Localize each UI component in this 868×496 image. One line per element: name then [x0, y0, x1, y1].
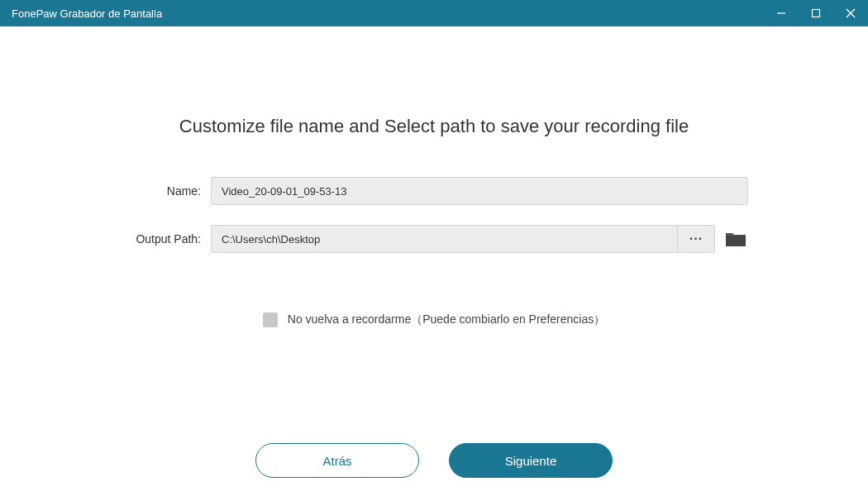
open-folder-button[interactable] — [723, 230, 748, 248]
output-path-row: Output Path: ∙∙∙ — [120, 225, 748, 253]
name-input-wrap — [211, 177, 748, 205]
window-title: FonePaw Grabador de Pantalla — [12, 7, 764, 20]
output-path-label: Output Path: — [120, 232, 211, 246]
button-row: Atrás Siguiente — [33, 443, 835, 478]
name-label: Name: — [120, 184, 211, 198]
page-heading: Customize file name and Select path to s… — [33, 116, 835, 137]
close-icon — [845, 7, 856, 19]
minimize-button[interactable] — [764, 0, 799, 26]
close-button[interactable] — [833, 0, 868, 26]
form: Name: Output Path: ∙∙∙ — [120, 177, 748, 273]
maximize-icon — [811, 8, 821, 18]
path-container: ∙∙∙ — [211, 225, 715, 253]
next-button-label: Siguiente — [505, 454, 557, 468]
name-input[interactable] — [211, 177, 748, 205]
maximize-button[interactable] — [799, 0, 833, 26]
output-path-input[interactable] — [211, 225, 677, 253]
svg-rect-4 — [726, 236, 746, 246]
back-button[interactable]: Atrás — [255, 443, 419, 478]
svg-rect-1 — [813, 10, 820, 17]
ellipsis-icon: ∙∙∙ — [689, 231, 703, 246]
window-controls — [764, 0, 868, 26]
minimize-icon — [776, 8, 786, 18]
checkbox-row: No vuelva a recordarme（Puede combiarlo e… — [33, 312, 835, 327]
next-button[interactable]: Siguiente — [449, 443, 613, 478]
folder-icon — [725, 231, 746, 247]
main-content: Customize file name and Select path to s… — [0, 26, 868, 496]
path-more-button[interactable]: ∙∙∙ — [677, 225, 715, 253]
back-button-label: Atrás — [322, 454, 351, 468]
titlebar: FonePaw Grabador de Pantalla — [0, 0, 868, 26]
dont-remind-checkbox[interactable] — [263, 312, 278, 327]
name-row: Name: — [120, 177, 748, 205]
checkbox-label: No vuelva a recordarme（Puede combiarlo e… — [288, 312, 605, 327]
output-path-input-wrap: ∙∙∙ — [211, 225, 748, 253]
